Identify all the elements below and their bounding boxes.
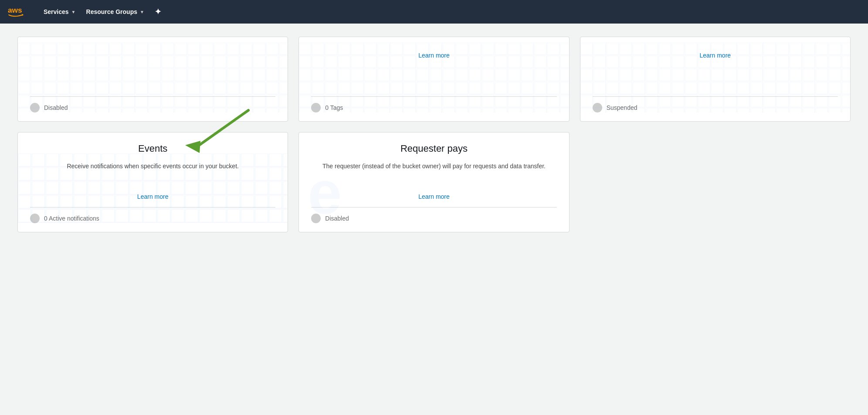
status-dot-3: [593, 103, 602, 112]
events-title: Events: [30, 143, 275, 154]
card-requester-pays: e Requester pays The requester (instead …: [298, 132, 569, 232]
status-label-2: 0 Tags: [325, 104, 343, 111]
requester-pays-status-dot: [311, 214, 321, 223]
requester-pays-description: The requester (instead of the bucket own…: [311, 161, 556, 189]
card-top-3: Learn more Suspended: [580, 37, 851, 122]
bottom-card-grid: Events Receive notifications when specif…: [17, 132, 851, 232]
requester-pays-status-label: Disabled: [325, 215, 349, 222]
resource-groups-label: Resource Groups: [86, 8, 137, 15]
card-top-2-status: 0 Tags: [311, 103, 556, 112]
events-description: Receive notifications when specific even…: [30, 161, 275, 189]
status-dot-1: [30, 103, 40, 112]
svg-marker-1: [22, 14, 24, 16]
requester-pays-learn-more[interactable]: Learn more: [311, 193, 556, 200]
svg-rect-3: [18, 43, 288, 112]
card-events: Events Receive notifications when specif…: [17, 132, 288, 232]
card-top-3-learn-more[interactable]: Learn more: [593, 52, 838, 59]
events-learn-more[interactable]: Learn more: [30, 193, 275, 200]
status-dot-2: [311, 103, 321, 112]
status-label-1: Disabled: [44, 104, 68, 111]
top-card-grid: Disabled Learn more 0 Tags: [17, 37, 851, 122]
services-nav-item[interactable]: Services ▼: [38, 0, 81, 24]
svg-text:aws: aws: [8, 6, 22, 14]
resource-groups-chevron-icon: ▼: [140, 10, 144, 14]
card-top-2: Learn more 0 Tags: [298, 37, 569, 122]
main-content: Disabled Learn more 0 Tags: [0, 24, 868, 245]
events-status-dot: [30, 214, 40, 223]
events-status-label: 0 Active notifications: [44, 215, 99, 222]
card-top-1-status: Disabled: [30, 103, 275, 112]
requester-pays-status: Disabled: [311, 214, 556, 223]
services-label: Services: [44, 8, 69, 15]
navbar: aws Services ▼ Resource Groups ▼ ✦: [0, 0, 868, 24]
empty-slot: [580, 132, 851, 232]
events-status: 0 Active notifications: [30, 214, 275, 223]
card-top-2-learn-more[interactable]: Learn more: [311, 52, 556, 59]
resource-groups-nav-item[interactable]: Resource Groups ▼: [81, 0, 149, 24]
aws-logo[interactable]: aws: [7, 5, 28, 18]
card-watermark-1: [18, 43, 288, 112]
pin-icon: ✦: [155, 7, 161, 17]
card-top-3-status: Suspended: [593, 103, 838, 112]
requester-pays-title: Requester pays: [311, 143, 556, 154]
status-label-3: Suspended: [607, 104, 637, 111]
services-chevron-icon: ▼: [71, 10, 76, 14]
card-top-1: Disabled: [17, 37, 288, 122]
pin-button[interactable]: ✦: [149, 0, 166, 24]
